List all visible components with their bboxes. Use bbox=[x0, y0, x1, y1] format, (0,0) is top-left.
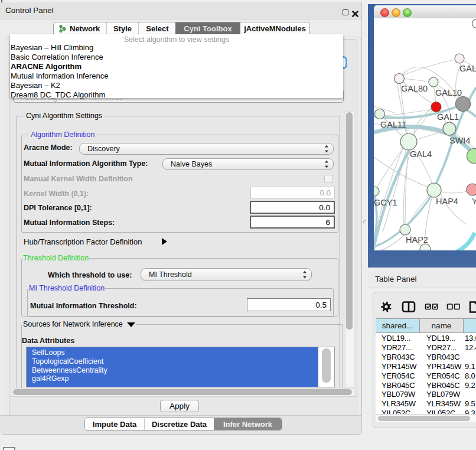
svg-text:GAL2: GAL2 bbox=[459, 64, 476, 73]
svg-text:HAP2: HAP2 bbox=[406, 235, 428, 244]
svg-text:Y: Y bbox=[472, 197, 476, 206]
svg-text:GAL80: GAL80 bbox=[401, 84, 428, 93]
svg-text:GCY1: GCY1 bbox=[374, 198, 397, 207]
svg-text:GAL11: GAL11 bbox=[380, 120, 406, 129]
svg-text:GAL4: GAL4 bbox=[410, 149, 432, 159]
svg-text:SWI4: SWI4 bbox=[449, 136, 470, 145]
svg-text:GAL10: GAL10 bbox=[435, 88, 462, 97]
svg-text:GAL1: GAL1 bbox=[437, 112, 459, 122]
svg-text:HAP4: HAP4 bbox=[436, 197, 458, 206]
